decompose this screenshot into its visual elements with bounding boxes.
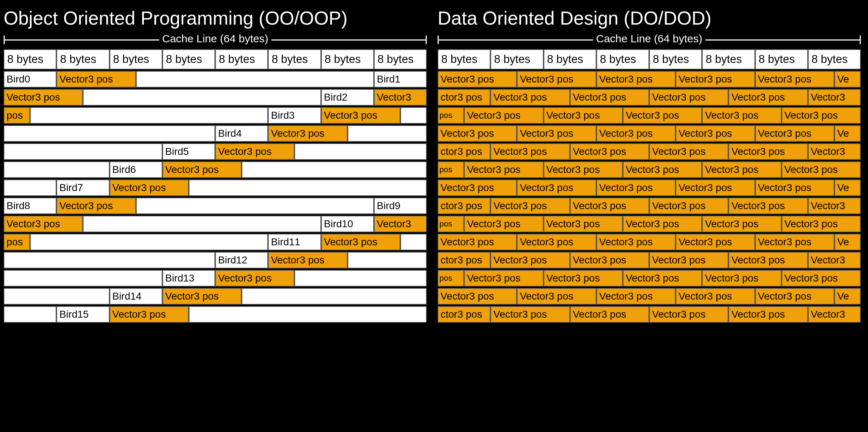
vector3-cell: Vector3 pos — [755, 234, 834, 250]
vector3-cell: Vector3 pos — [215, 143, 294, 160]
vector3-cell: Vector3 pos — [755, 179, 834, 196]
dod-cache-label: Cache Line (64 bytes) — [593, 33, 705, 45]
padding-cell — [400, 234, 427, 250]
byte-header-cell: 8 bytes — [702, 49, 755, 69]
vector3-cell: Ve — [834, 125, 861, 142]
byte-header-cell: 8 bytes — [110, 49, 162, 69]
vector3-cell: Vector3 pos — [215, 270, 294, 287]
memory-row: posBird3Vector3 pos — [4, 107, 427, 124]
byte-header-cell: 8 bytes — [438, 49, 490, 69]
bird-cell: Bird12 — [215, 252, 268, 268]
vector3-cell: Vector3 — [808, 306, 861, 323]
padding-cell — [4, 179, 56, 196]
vector3-cell: Vector3 pos — [162, 288, 242, 305]
oop-data-rows: Bird0Vector3 posBird1Vector3 posBird2Vec… — [4, 71, 427, 323]
padding-cell — [83, 89, 321, 106]
vector3-cell: Vector3 pos — [676, 71, 755, 88]
vector3-cell: Vector3 pos — [596, 179, 676, 196]
dod-data-rows: Vector3 posVector3 posVector3 posVector3… — [438, 71, 861, 323]
vector3-cell: Vector3 pos — [702, 107, 781, 124]
memory-row: posVector3 posVector3 posVector3 posVect… — [438, 161, 861, 178]
vector3-cell: ctor3 pos — [438, 198, 490, 214]
dod-cache-bracket: Cache Line (64 bytes) — [438, 33, 861, 46]
vector3-cell: Vector3 pos — [544, 216, 623, 232]
padding-cell — [400, 107, 427, 124]
bird-cell: Bird9 — [374, 198, 427, 214]
vector3-cell: Vector3 pos — [649, 198, 728, 214]
vector3-cell: Vector3 pos — [110, 306, 189, 323]
padding-cell — [83, 216, 321, 232]
vector3-cell: Vector3 pos — [702, 161, 781, 178]
byte-header-cell: 8 bytes — [4, 49, 56, 69]
padding-cell — [242, 161, 427, 178]
vector3-cell: Vector3 pos — [623, 270, 702, 287]
bird-cell: Bird10 — [321, 216, 374, 232]
vector3-cell: Vector3 pos — [490, 198, 570, 214]
memory-row: ctor3 posVector3 posVector3 posVector3 p… — [438, 306, 861, 323]
vector3-cell: Vector3 pos — [649, 143, 728, 160]
bird-cell: Bird7 — [56, 179, 109, 196]
vector3-cell: Vector3 pos — [517, 234, 596, 250]
memory-row: Bird6Vector3 pos — [4, 161, 427, 178]
vector3-cell: Vector3 pos — [702, 216, 781, 232]
vector3-cell: Vector3 pos — [596, 234, 676, 250]
padding-cell — [189, 179, 427, 196]
vector3-cell: ctor3 pos — [438, 306, 490, 323]
padding-cell — [30, 234, 268, 250]
vector3-cell: Vector3 pos — [623, 161, 702, 178]
bird-cell: Bird15 — [56, 306, 109, 323]
memory-row: Vector3 posVector3 posVector3 posVector3… — [438, 125, 861, 142]
vector3-cell: pos — [438, 216, 464, 232]
vector3-cell: Vector3 pos — [438, 179, 517, 196]
vector3-cell: Vector3 pos — [544, 161, 623, 178]
vector3-cell: Vector3 pos — [56, 198, 136, 214]
vector3-cell: Ve — [834, 71, 861, 88]
vector3-cell: Vector3 — [374, 216, 427, 232]
memory-row: Bird14Vector3 pos — [4, 288, 427, 305]
bird-cell: Bird8 — [4, 198, 56, 214]
bird-cell: Bird13 — [162, 270, 215, 287]
padding-cell — [30, 107, 268, 124]
bird-cell: Bird3 — [268, 107, 321, 124]
memory-row: posBird11Vector3 pos — [4, 234, 427, 250]
vector3-cell: Vector3 pos — [110, 179, 189, 196]
vector3-cell: Vector3 pos — [544, 270, 623, 287]
byte-header-cell: 8 bytes — [596, 49, 649, 69]
vector3-cell: Vector3 pos — [728, 252, 808, 268]
vector3-cell: Vector3 pos — [782, 216, 861, 232]
vector3-cell: Vector3 pos — [490, 252, 570, 268]
memory-row: ctor3 posVector3 posVector3 posVector3 p… — [438, 143, 861, 160]
vector3-cell: Vector3 pos — [490, 143, 570, 160]
bird-cell: Bird5 — [162, 143, 215, 160]
vector3-cell: Vector3 pos — [438, 71, 517, 88]
vector3-cell: Vector3 pos — [464, 161, 543, 178]
memory-row: Bird5Vector3 pos — [4, 143, 427, 160]
memory-row: posVector3 posVector3 posVector3 posVect… — [438, 270, 861, 287]
vector3-cell: Vector3 pos — [782, 161, 861, 178]
vector3-cell: Vector3 pos — [4, 216, 83, 232]
vector3-cell: pos — [438, 107, 464, 124]
vector3-cell: Vector3 pos — [755, 71, 834, 88]
memory-row: posVector3 posVector3 posVector3 posVect… — [438, 107, 861, 124]
padding-cell — [348, 252, 427, 268]
dod-panel: Data Oriented Design (DO/DOD) Cache Line… — [438, 7, 861, 323]
memory-row: Vector3 posVector3 posVector3 posVector3… — [438, 234, 861, 250]
vector3-cell: Vector3 pos — [623, 216, 702, 232]
bird-cell: Bird11 — [268, 234, 321, 250]
vector3-cell: Vector3 pos — [570, 252, 649, 268]
vector3-cell: Vector3 pos — [517, 179, 596, 196]
vector3-cell: Vector3 pos — [162, 161, 242, 178]
vector3-cell: Vector3 pos — [438, 288, 517, 305]
padding-cell — [189, 306, 427, 323]
vector3-cell: Vector3 pos — [570, 143, 649, 160]
vector3-cell: Vector3 pos — [676, 234, 755, 250]
vector3-cell: Vector3 pos — [596, 71, 676, 88]
oop-panel: Object Oriented Programming (OO/OOP) Cac… — [4, 7, 427, 323]
vector3-cell: pos — [4, 234, 30, 250]
vector3-cell: pos — [438, 161, 464, 178]
byte-header-cell: 8 bytes — [215, 49, 268, 69]
memory-row: posVector3 posVector3 posVector3 posVect… — [438, 216, 861, 232]
padding-cell — [348, 125, 427, 142]
vector3-cell: Vector3 pos — [4, 89, 83, 106]
padding-cell — [136, 198, 374, 214]
